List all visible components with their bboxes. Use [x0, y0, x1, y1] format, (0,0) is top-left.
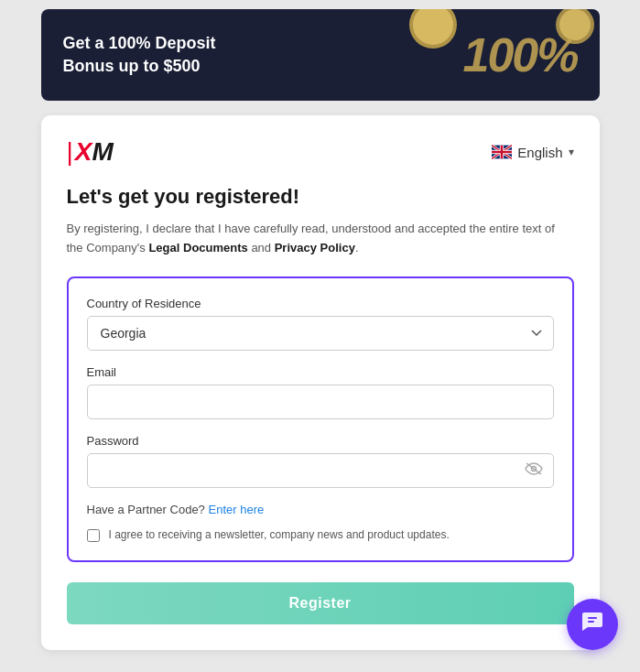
logo-x: X	[75, 139, 92, 165]
language-selector[interactable]: English ▾	[492, 145, 573, 160]
banner-amount: 100%	[463, 27, 578, 82]
chat-bubble-button[interactable]	[567, 599, 618, 650]
page-title: Let's get you registered!	[67, 185, 574, 209]
chat-icon	[580, 609, 605, 640]
email-group: Email	[87, 365, 554, 419]
email-label: Email	[87, 365, 554, 379]
partner-code-link[interactable]: Enter here	[208, 503, 264, 516]
uk-flag-icon	[492, 145, 512, 159]
banner-text: Get a 100% Deposit Bonus up to $500	[63, 32, 216, 78]
coin-decoration-left	[408, 9, 459, 50]
logo-m: M	[92, 139, 113, 165]
legal-documents-link[interactable]: Legal Documents	[148, 241, 247, 255]
newsletter-checkbox[interactable]	[87, 529, 100, 542]
password-input[interactable]	[87, 453, 554, 488]
register-button[interactable]: Register	[67, 582, 574, 624]
password-label: Password	[87, 434, 554, 448]
registration-card: | X M English ▾ Let's get you registered…	[41, 115, 600, 650]
partner-code-line: Have a Partner Code? Enter here	[87, 503, 554, 516]
xm-logo: | X M	[67, 137, 114, 167]
country-select[interactable]: Georgia United States United Kingdom Ger…	[87, 316, 554, 351]
newsletter-checkbox-line: I agree to receiving a newsletter, compa…	[87, 527, 554, 543]
toggle-password-icon[interactable]	[525, 462, 543, 479]
country-group: Country of Residence Georgia United Stat…	[87, 297, 554, 351]
email-input[interactable]	[87, 385, 554, 419]
card-header: | X M English ▾	[67, 137, 574, 167]
password-group: Password	[87, 434, 554, 488]
promo-banner: Get a 100% Deposit Bonus up to $500 100%	[41, 9, 600, 101]
privacy-policy-link[interactable]: Privacy Policy	[275, 241, 355, 255]
password-wrapper	[87, 453, 554, 488]
logo-pipe: |	[67, 137, 73, 167]
registration-subtitle: By registering, I declare that I have ca…	[67, 220, 574, 258]
registration-form-box: Country of Residence Georgia United Stat…	[67, 276, 574, 563]
language-label: English	[517, 145, 562, 160]
chevron-down-icon: ▾	[569, 146, 574, 158]
country-label: Country of Residence	[87, 297, 554, 310]
newsletter-label: I agree to receiving a newsletter, compa…	[109, 527, 450, 543]
